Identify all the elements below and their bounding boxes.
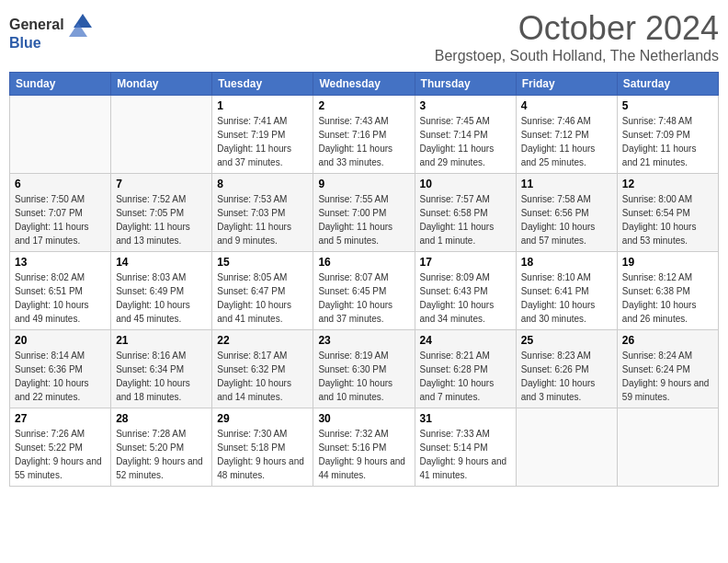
day-info: Sunrise: 8:23 AMSunset: 6:26 PMDaylight:… [521, 349, 612, 404]
day-info: Sunrise: 7:46 AMSunset: 7:12 PMDaylight:… [521, 114, 612, 169]
day-info: Sunrise: 7:58 AMSunset: 6:56 PMDaylight:… [521, 192, 612, 247]
day-info: Sunrise: 7:43 AMSunset: 7:16 PMDaylight:… [318, 114, 409, 169]
day-number: 1 [217, 99, 308, 112]
day-info: Sunrise: 8:12 AMSunset: 6:38 PMDaylight:… [622, 270, 713, 326]
svg-marker-2 [74, 14, 92, 28]
calendar-cell: 5Sunrise: 7:48 AMSunset: 7:09 PMDaylight… [617, 96, 718, 174]
column-header-friday: Friday [516, 73, 617, 96]
day-number: 18 [521, 256, 612, 269]
calendar-cell: 26Sunrise: 8:24 AMSunset: 6:24 PMDayligh… [617, 330, 718, 408]
calendar-cell: 3Sunrise: 7:45 AMSunset: 7:14 PMDaylight… [415, 96, 516, 174]
calendar-cell: 27Sunrise: 7:26 AMSunset: 5:22 PMDayligh… [10, 408, 111, 487]
day-number: 11 [521, 178, 612, 190]
calendar-cell [516, 408, 617, 487]
month-year-title: October 2024 [435, 9, 719, 48]
day-number: 12 [622, 178, 713, 190]
calendar-cell [617, 408, 718, 487]
day-info: Sunrise: 8:03 AMSunset: 6:49 PMDaylight:… [116, 270, 207, 326]
day-number: 13 [15, 256, 106, 269]
day-info: Sunrise: 7:32 AMSunset: 5:16 PMDaylight:… [318, 427, 409, 482]
calendar-cell: 29Sunrise: 7:30 AMSunset: 5:18 PMDayligh… [212, 408, 313, 487]
calendar-cell: 7Sunrise: 7:52 AMSunset: 7:05 PMDaylight… [111, 174, 212, 252]
calendar-cell: 28Sunrise: 7:28 AMSunset: 5:20 PMDayligh… [111, 408, 212, 487]
day-info: Sunrise: 7:45 AMSunset: 7:14 PMDaylight:… [420, 114, 511, 169]
calendar-week-row: 27Sunrise: 7:26 AMSunset: 5:22 PMDayligh… [10, 408, 719, 487]
day-number: 21 [116, 334, 207, 347]
column-header-saturday: Saturday [617, 73, 718, 96]
calendar-cell: 23Sunrise: 8:19 AMSunset: 6:30 PMDayligh… [313, 330, 415, 408]
day-info: Sunrise: 7:57 AMSunset: 6:58 PMDaylight:… [420, 192, 511, 247]
day-info: Sunrise: 8:10 AMSunset: 6:41 PMDaylight:… [521, 270, 612, 326]
day-number: 23 [318, 334, 409, 347]
svg-text:Blue: Blue [9, 35, 41, 51]
calendar-cell [111, 96, 212, 174]
day-number: 25 [521, 334, 612, 347]
day-number: 26 [622, 334, 713, 347]
calendar-cell: 25Sunrise: 8:23 AMSunset: 6:26 PMDayligh… [516, 330, 617, 408]
calendar-cell: 11Sunrise: 7:58 AMSunset: 6:56 PMDayligh… [516, 174, 617, 252]
day-info: Sunrise: 8:17 AMSunset: 6:32 PMDaylight:… [217, 349, 308, 404]
day-info: Sunrise: 8:05 AMSunset: 6:47 PMDaylight:… [217, 270, 308, 326]
location-subtitle: Bergstoep, South Holland, The Netherland… [435, 48, 719, 64]
day-info: Sunrise: 8:16 AMSunset: 6:34 PMDaylight:… [116, 349, 207, 404]
title-section: October 2024 Bergstoep, South Holland, T… [435, 9, 719, 64]
column-header-wednesday: Wednesday [313, 73, 415, 96]
day-number: 20 [15, 334, 106, 347]
calendar-cell: 2Sunrise: 7:43 AMSunset: 7:16 PMDaylight… [313, 96, 415, 174]
calendar-cell: 21Sunrise: 8:16 AMSunset: 6:34 PMDayligh… [111, 330, 212, 408]
day-number: 28 [116, 412, 207, 425]
day-number: 19 [622, 256, 713, 269]
logo: General Blue [9, 9, 92, 60]
day-info: Sunrise: 7:30 AMSunset: 5:18 PMDaylight:… [217, 427, 308, 482]
calendar-cell: 8Sunrise: 7:53 AMSunset: 7:03 PMDaylight… [212, 174, 313, 252]
day-info: Sunrise: 8:02 AMSunset: 6:51 PMDaylight:… [15, 270, 106, 326]
day-number: 8 [217, 178, 308, 190]
calendar-cell: 12Sunrise: 8:00 AMSunset: 6:54 PMDayligh… [617, 174, 718, 252]
header: General Blue October 2024 Bergstoep, Sou… [9, 9, 719, 64]
day-number: 31 [420, 412, 511, 425]
day-info: Sunrise: 7:26 AMSunset: 5:22 PMDaylight:… [15, 427, 106, 482]
calendar-cell: 22Sunrise: 8:17 AMSunset: 6:32 PMDayligh… [212, 330, 313, 408]
day-info: Sunrise: 7:52 AMSunset: 7:05 PMDaylight:… [116, 192, 207, 247]
day-info: Sunrise: 7:28 AMSunset: 5:20 PMDaylight:… [116, 427, 207, 482]
day-info: Sunrise: 8:21 AMSunset: 6:28 PMDaylight:… [420, 349, 511, 404]
day-number: 2 [318, 99, 409, 112]
day-info: Sunrise: 7:53 AMSunset: 7:03 PMDaylight:… [217, 192, 308, 247]
day-info: Sunrise: 7:55 AMSunset: 7:00 PMDaylight:… [318, 192, 409, 247]
svg-text:General: General [9, 17, 64, 32]
day-number: 5 [622, 99, 713, 112]
calendar-cell: 19Sunrise: 8:12 AMSunset: 6:38 PMDayligh… [617, 252, 718, 330]
day-number: 10 [420, 178, 511, 190]
day-number: 14 [116, 256, 207, 269]
calendar-cell: 13Sunrise: 8:02 AMSunset: 6:51 PMDayligh… [10, 252, 111, 330]
day-number: 30 [318, 412, 409, 425]
day-number: 9 [318, 178, 409, 190]
calendar-header-row: SundayMondayTuesdayWednesdayThursdayFrid… [10, 73, 719, 96]
day-info: Sunrise: 7:50 AMSunset: 7:07 PMDaylight:… [15, 192, 106, 247]
day-info: Sunrise: 8:09 AMSunset: 6:43 PMDaylight:… [420, 270, 511, 326]
day-info: Sunrise: 7:48 AMSunset: 7:09 PMDaylight:… [622, 114, 713, 169]
day-info: Sunrise: 7:41 AMSunset: 7:19 PMDaylight:… [217, 114, 308, 169]
calendar-week-row: 6Sunrise: 7:50 AMSunset: 7:07 PMDaylight… [10, 174, 719, 252]
calendar-cell: 10Sunrise: 7:57 AMSunset: 6:58 PMDayligh… [415, 174, 516, 252]
calendar-cell: 14Sunrise: 8:03 AMSunset: 6:49 PMDayligh… [111, 252, 212, 330]
calendar-week-row: 1Sunrise: 7:41 AMSunset: 7:19 PMDaylight… [10, 96, 719, 174]
column-header-sunday: Sunday [10, 73, 111, 96]
day-number: 24 [420, 334, 511, 347]
calendar-cell: 15Sunrise: 8:05 AMSunset: 6:47 PMDayligh… [212, 252, 313, 330]
calendar-cell: 17Sunrise: 8:09 AMSunset: 6:43 PMDayligh… [415, 252, 516, 330]
calendar-table: SundayMondayTuesdayWednesdayThursdayFrid… [9, 72, 719, 487]
calendar-cell: 16Sunrise: 8:07 AMSunset: 6:45 PMDayligh… [313, 252, 415, 330]
calendar-cell: 6Sunrise: 7:50 AMSunset: 7:07 PMDaylight… [10, 174, 111, 252]
calendar-cell: 18Sunrise: 8:10 AMSunset: 6:41 PMDayligh… [516, 252, 617, 330]
day-info: Sunrise: 8:00 AMSunset: 6:54 PMDaylight:… [622, 192, 713, 247]
calendar-cell [10, 96, 111, 174]
day-number: 3 [420, 99, 511, 112]
calendar-cell: 9Sunrise: 7:55 AMSunset: 7:00 PMDaylight… [313, 174, 415, 252]
calendar-cell: 31Sunrise: 7:33 AMSunset: 5:14 PMDayligh… [415, 408, 516, 487]
day-number: 22 [217, 334, 308, 347]
column-header-monday: Monday [111, 73, 212, 96]
calendar-week-row: 20Sunrise: 8:14 AMSunset: 6:36 PMDayligh… [10, 330, 719, 408]
calendar-cell: 24Sunrise: 8:21 AMSunset: 6:28 PMDayligh… [415, 330, 516, 408]
day-info: Sunrise: 7:33 AMSunset: 5:14 PMDaylight:… [420, 427, 511, 482]
